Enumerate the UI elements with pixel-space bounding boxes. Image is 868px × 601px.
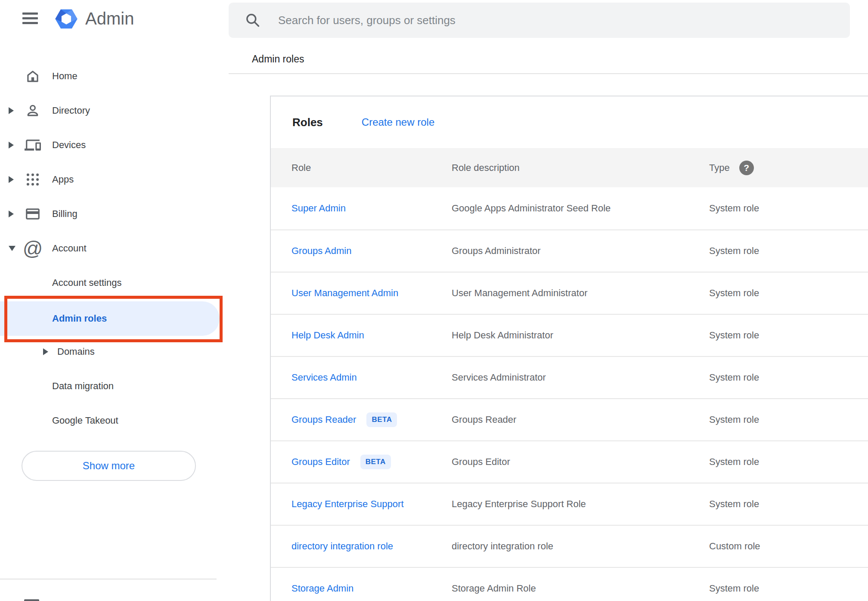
table-row: Groups Reader BETA Groups Reader System … — [271, 398, 868, 440]
breadcrumb: Admin roles — [252, 53, 304, 65]
devices-icon — [24, 136, 41, 155]
column-header-role: Role — [291, 162, 311, 173]
sidebar-item-apps[interactable]: Apps — [0, 162, 229, 197]
role-type: System role — [709, 245, 759, 257]
table-row: User Management Admin User Management Ad… — [271, 272, 868, 314]
sidebar-item-label: Admin roles — [52, 313, 107, 324]
google-admin-console: Admin Admin roles Home Directory — [0, 0, 868, 601]
sidebar-item-devices[interactable]: Devices — [0, 128, 229, 162]
table-row: Super Admin Google Apps Administrator Se… — [271, 187, 868, 229]
search-bar[interactable] — [229, 3, 850, 38]
sidebar-item-label: Data migration — [52, 381, 114, 392]
role-description: Groups Editor — [452, 456, 510, 468]
role-description: Groups Administrator — [452, 245, 541, 257]
content-divider — [229, 73, 868, 74]
role-type: Custom role — [709, 541, 760, 552]
apps-grid-icon — [24, 170, 41, 189]
sidebar-item-home[interactable]: Home — [0, 59, 229, 93]
role-description: Help Desk Administrator — [452, 330, 553, 341]
roles-card: Roles Create new role Role Role descript… — [270, 96, 868, 601]
menu-button[interactable] — [22, 12, 38, 24]
column-header-description: Role description — [452, 162, 520, 173]
sidebar-bottom-divider — [0, 579, 217, 579]
role-link[interactable]: Super Admin — [291, 203, 346, 214]
table-row: Groups Admin Groups Administrator System… — [271, 229, 868, 272]
role-type: System role — [709, 288, 759, 299]
sidebar-item-billing[interactable]: Billing — [0, 197, 229, 231]
role-type: System role — [709, 372, 759, 383]
sidebar-item-label: Apps — [52, 174, 74, 185]
roles-table: Super Admin Google Apps Administrator Se… — [271, 187, 868, 601]
app-title: Admin — [85, 9, 134, 28]
table-row: Help Desk Admin Help Desk Administrator … — [271, 314, 868, 356]
sidebar-item-label: Directory — [52, 105, 90, 116]
role-link[interactable]: Help Desk Admin — [291, 330, 364, 341]
question-mark-icon[interactable]: ? — [739, 161, 754, 175]
table-row: directory integration role directory int… — [271, 525, 868, 567]
create-new-role-link[interactable]: Create new role — [362, 116, 434, 128]
role-description: Groups Reader — [452, 414, 516, 425]
beta-badge: BETA — [366, 412, 397, 427]
table-row: Services Admin Services Administrator Sy… — [271, 356, 868, 398]
person-icon — [24, 101, 41, 120]
chevron-right-icon[interactable] — [9, 176, 14, 183]
table-row: Legacy Enterprise Support Legacy Enterpr… — [271, 483, 868, 525]
role-link[interactable]: Groups Admin — [291, 245, 351, 257]
role-type: System role — [709, 499, 759, 510]
role-link[interactable]: Groups Editor — [291, 456, 350, 468]
chevron-right-icon[interactable] — [9, 211, 14, 217]
sidebar-item-domains[interactable]: Domains — [0, 335, 229, 369]
role-description: directory integration role — [452, 541, 553, 552]
clipped-sidebar-icon — [24, 599, 39, 601]
sidebar-item-label: Domains — [57, 346, 95, 357]
sidebar-item-label: Home — [52, 71, 78, 82]
role-link[interactable]: directory integration role — [291, 541, 393, 552]
home-icon — [24, 67, 41, 86]
table-row: Groups Editor BETA Groups Editor System … — [271, 440, 868, 483]
role-type: System role — [709, 203, 759, 214]
role-description: Storage Admin Role — [452, 583, 536, 594]
show-more-button[interactable]: Show more — [22, 451, 196, 481]
role-description: User Management Administrator — [452, 288, 587, 299]
role-link[interactable]: Storage Admin — [291, 583, 353, 594]
role-type: System role — [709, 414, 759, 425]
sidebar-item-label: Billing — [52, 208, 78, 220]
role-description: Legacy Enterprise Support Role — [452, 499, 586, 510]
role-description: Google Apps Administrator Seed Role — [452, 203, 611, 214]
card-title: Roles — [292, 116, 323, 129]
sidebar-item-account-settings[interactable]: Account settings — [0, 266, 229, 300]
sidebar-item-label: Account settings — [52, 277, 121, 288]
role-link[interactable]: Groups Reader — [291, 414, 356, 425]
role-type: System role — [709, 330, 759, 341]
sidebar-item-google-takeout[interactable]: Google Takeout — [0, 403, 229, 438]
column-header-type: Type ? — [709, 161, 754, 175]
role-type: System role — [709, 456, 759, 468]
sidebar-item-directory[interactable]: Directory — [0, 93, 229, 128]
chevron-down-icon[interactable] — [9, 246, 16, 251]
sidebar-item-data-migration[interactable]: Data migration — [0, 369, 229, 403]
admin-logo-icon — [54, 7, 78, 31]
sidebar-item-label: Account — [52, 243, 87, 254]
beta-badge: BETA — [360, 455, 391, 469]
search-icon — [245, 12, 261, 28]
roles-card-header: Roles Create new role — [292, 96, 434, 148]
role-type: System role — [709, 583, 759, 594]
sidebar-item-label: Devices — [52, 139, 86, 151]
chevron-right-icon[interactable] — [9, 142, 14, 149]
chevron-right-icon[interactable] — [43, 348, 48, 355]
role-link[interactable]: Services Admin — [291, 372, 357, 383]
at-sign-icon: @ — [24, 239, 41, 258]
sidebar-item-admin-roles[interactable]: Admin roles — [0, 301, 229, 336]
role-link[interactable]: User Management Admin — [291, 288, 398, 299]
sidebar-item-label: Google Takeout — [52, 415, 118, 426]
credit-card-icon — [24, 204, 41, 223]
table-row: Storage Admin Storage Admin Role System … — [271, 567, 868, 601]
table-header-row: Role Role description Type ? — [271, 148, 868, 187]
role-description: Services Administrator — [452, 372, 546, 383]
sidebar-item-account[interactable]: @ Account — [0, 231, 229, 266]
chevron-right-icon[interactable] — [9, 107, 14, 114]
role-link[interactable]: Legacy Enterprise Support — [291, 499, 404, 510]
search-input[interactable] — [277, 13, 850, 28]
